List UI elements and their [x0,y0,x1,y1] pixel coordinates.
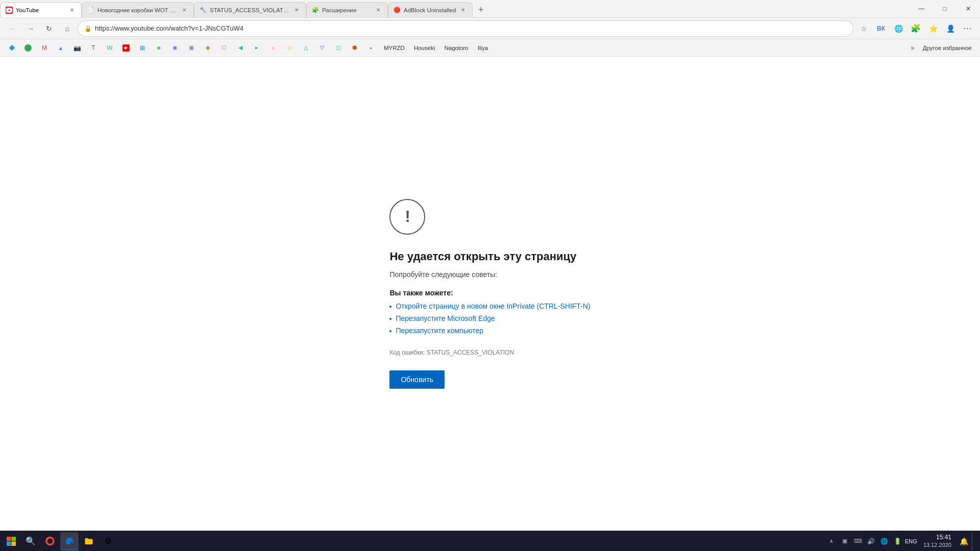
error-also-label: Вы также можете: [389,289,453,297]
minimize-button[interactable]: — [910,0,933,18]
favorites-icon[interactable]: ☆ [855,20,872,37]
tab-status-access[interactable]: 🔧 STATUS_ACCESS_VIOLATION - M... ✕ [194,2,306,17]
bookmark-mc[interactable]: ◈ [151,41,166,55]
bookmark-favicon-gmail: M [41,44,48,52]
bookmark-misc7[interactable]: ◇ [282,41,297,55]
bookmark-misc12[interactable]: ▪ [363,41,379,55]
tab-close-adblock[interactable]: ✕ [459,6,467,14]
exclamation-mark: ! [405,207,410,226]
extensions-icon[interactable]: 🧩 [908,20,924,37]
bookmark-misc1[interactable]: ▣ [184,41,199,55]
bookmark-iliya[interactable]: Iliya [474,41,492,55]
bookmark-tb[interactable]: ◉ [167,41,183,55]
show-desktop-button[interactable] [972,532,975,550]
refresh-nav-button[interactable]: ↻ [41,20,57,37]
back-button[interactable]: ← [4,20,20,37]
refresh-button[interactable]: Обновить [389,370,444,389]
bookmark-misc6[interactable]: ○ [265,41,281,55]
tab-close-novogodnie[interactable]: ✕ [180,6,188,14]
error-title: Не удается открыть эту страницу [389,250,576,263]
taskbar-settings[interactable]: ⚙ [99,532,117,550]
bookmark-label-nagotoro: Nagotoro [444,45,468,51]
bookmark-misc5[interactable]: ▸ [249,41,264,55]
tab-adblock[interactable]: 🛑 AdBlock Uninstalled ✕ [388,2,473,17]
home-button[interactable]: ⌂ [59,20,76,37]
search-icon: 🔍 [26,536,36,546]
bookmark-favicon-whatsapp: W [106,44,113,52]
tab-favicon-ext: 🧩 [312,7,319,14]
bookmark-circle[interactable] [20,41,36,55]
taskbar-edge[interactable] [60,532,79,550]
bookmark-instagram[interactable]: 📷 [69,41,85,55]
tab-novogodnie[interactable]: 📄 Новогодние коробки WOT 202... ✕ [82,2,194,17]
tab-close-ext[interactable]: ✕ [374,6,382,14]
bookmark-edge[interactable]: 🔷 [4,41,19,55]
tray-arrow-icon[interactable]: ∧ [825,532,838,550]
bookmark-ms[interactable]: ⊞ [135,41,150,55]
tray-network-icon[interactable]: 🌐 [878,532,891,550]
svg-rect-2 [7,541,11,546]
account-icon[interactable]: 👤 [942,20,959,37]
tray-task-icon[interactable]: ▣ [839,532,851,550]
tab-youtube[interactable]: YouTube ✕ [0,2,82,17]
bookmark-favicon-misc7: ◇ [286,44,293,52]
bookmark-myrzd[interactable]: MYRZD [380,41,409,55]
tray-volume-icon[interactable]: 🔊 [865,532,877,550]
tab-favicon-status: 🔧 [200,7,207,14]
bookmark-misc9[interactable]: ▽ [314,41,330,55]
lang-indicator[interactable]: ENG [905,532,917,550]
taskbar-search[interactable]: 🔍 [21,532,40,550]
tab-favicon-youtube [6,7,13,14]
bookmark-youtube[interactable]: ▶ [118,41,134,55]
bookmark-favicon-misc12: ▪ [368,44,375,52]
vk-icon[interactable]: ВК [873,20,889,37]
taskbar: 🔍 ⭕ ⚙ ∧ ▣ ⌨ [0,531,980,551]
bookmark-misc3[interactable]: ⬡ [216,41,232,55]
notification-button[interactable]: 🔔 [958,532,970,550]
bookmark-favicon-circle [24,44,32,52]
forward-button[interactable]: → [22,20,39,37]
maximize-button[interactable]: □ [933,0,957,18]
tab-close-youtube[interactable]: ✕ [68,6,76,14]
url-bar[interactable]: 🔒 https://www.youtube.com/watch?v=1-JNsC… [78,20,853,37]
error-icon: ! [389,199,425,235]
collections-icon[interactable]: ⭐ [925,20,941,37]
bookmark-misc10[interactable]: ◻ [331,41,346,55]
tab-extensions[interactable]: 🧩 Расширения ✕ [306,2,388,17]
bookmark-drive[interactable]: ▲ [53,41,68,55]
bookmark-other-label[interactable]: Другое избранное [919,41,976,55]
tab-title-youtube: YouTube [16,7,65,13]
tab-close-status[interactable]: ✕ [292,6,301,14]
bookmark-misc11[interactable]: ⬢ [347,41,362,55]
suggestion-item-2[interactable]: Перезапустите Microsoft Edge [389,314,590,322]
settings-dots-icon[interactable]: ··· [960,20,976,37]
bookmarks-more-button[interactable]: » [908,41,918,55]
close-button[interactable]: ✕ [957,0,980,18]
error-code-label: Код ошибки: [389,349,425,356]
taskbar-cortana[interactable]: ⭕ [41,532,59,550]
taskbar-file-explorer[interactable] [80,532,98,550]
tab-title-novogodnie: Новогодние коробки WOT 202... [97,7,177,13]
bookmark-misc8[interactable]: △ [298,41,313,55]
bookmark-whatsapp[interactable]: W [102,41,117,55]
bookmark-favicon-misc3: ⬡ [220,44,228,52]
clock-widget[interactable]: 15:41 13.12.2020 [919,532,955,550]
tray-keyboard-icon[interactable]: ⌨ [852,532,864,550]
globe-icon[interactable]: 🌐 [890,20,906,37]
start-button[interactable] [2,532,20,550]
bookmark-gmail[interactable]: M [37,41,52,55]
bookmark-misc4[interactable]: ◀ [233,41,248,55]
new-tab-button[interactable]: + [474,3,488,17]
url-text: https://www.youtube.com/watch?v=1-JNsCGT… [95,24,847,32]
suggestion-item-1[interactable]: Откройте страницу в новом окне InPrivate… [389,302,590,310]
bookmark-misc2[interactable]: ◆ [200,41,215,55]
suggestion-item-3[interactable]: Перезапустите компьютер [389,327,590,335]
bookmark-favicon-misc10: ◻ [335,44,342,52]
error-subtitle: Попробуйте следующие советы: [389,270,497,279]
clock-time: 15:41 [936,534,951,542]
bookmark-teams[interactable]: T [86,41,101,55]
tray-battery-icon[interactable]: 🔋 [892,532,904,550]
bookmark-houseki[interactable]: Houseki [410,41,439,55]
bookmark-nagotoro[interactable]: Nagotoro [440,41,472,55]
edge-icon [64,536,75,546]
